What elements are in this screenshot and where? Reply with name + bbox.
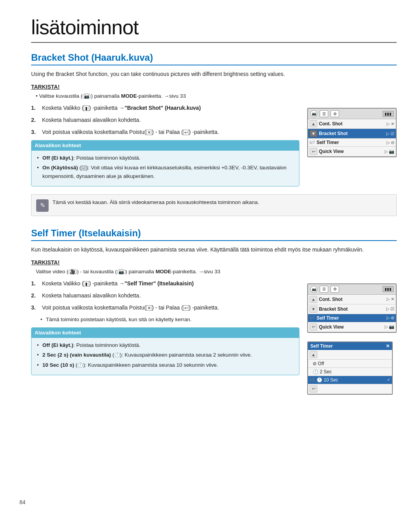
step-num-3: 3.: [31, 128, 40, 136]
cam-cont-shot-icon: ▷ ✕: [387, 121, 394, 127]
st-cam-bracket-icon: ▷ ☑: [386, 306, 394, 311]
bracket-alavalikon-list: Off (Ei käyt.): Poistaa toiminnon käytös…: [37, 154, 294, 181]
step-num-2: 2.: [31, 116, 40, 124]
camera-header: 📷 ☰ ⚙ ▮▮▮: [308, 109, 396, 119]
st-sub-page-num: 1/1: [310, 378, 315, 382]
bracket-tarkista-label: TARKISTA!: [31, 84, 397, 90]
cam-page-num-1: 6/7: [310, 141, 315, 145]
self-timer-tarkista: TARKISTA! Valitse video (🎥) - tai kuvaus…: [31, 259, 397, 276]
bracket-shot-title: Bracket Shot (Haaruk.kuva): [31, 52, 397, 65]
st-sub-header: Self Timer ✕: [308, 342, 392, 350]
st-step-text-1: Kosketa Valikko (▮) -painiketta →"Self T…: [42, 280, 299, 288]
self-timer-alavalikon-box: Alavalikon kohteet Off (Ei käyt.): Poist…: [31, 327, 299, 375]
cam-menu-icon: ☰: [320, 110, 328, 117]
st-sub-2sec-row: 🕛 2 Sec: [308, 368, 392, 376]
self-timer-step-1: 1. Kosketa Valikko (▮) -painiketta →"Sel…: [31, 280, 299, 288]
st-sub-2sec-label: 🕛 2 Sec: [313, 369, 332, 375]
st-alavalikon-item-1: Off (Ei käyt.): Poistaa toiminnon käytös…: [37, 341, 294, 350]
self-timer-sub-step: Tämä toiminto poistetaan käytöstä, kun s…: [40, 316, 299, 324]
cam-battery: ▮▮▮: [383, 111, 394, 117]
bracket-step-3: 3. Voit poistua valikosta koskettamalla …: [31, 128, 299, 136]
st-alavalikon-item-2: 2 Sec (2 s) (vain kuvaustila) (🕛): Kuvau…: [37, 351, 294, 359]
step-text-2: Kosketa haluamaasi alavalikon kohdetta.: [42, 116, 299, 124]
cam-row-bracket: ▼ Bracket Shot ▷ ☑: [308, 129, 396, 139]
self-timer-title: Self Timer (Itselaukaisin): [31, 228, 397, 241]
bracket-alavalikon-box: Alavalikon kohteet Off (Ei käyt.): Poist…: [31, 140, 299, 186]
bracket-step-1: 1. Kosketa Valikko (▮) -painiketta →"Bra…: [31, 104, 299, 112]
cam-cont-shot-label: Cont. Shot: [319, 121, 387, 127]
st-cam-row-bracket: ▼ Bracket Shot ▷ ☑: [308, 304, 396, 314]
cam-bracket-shot-label: Bracket Shot: [319, 131, 386, 136]
self-timer-tarkista-item: Valitse video (🎥) - tai kuvaustila (📷) p…: [36, 268, 397, 276]
st-cam-down-btn[interactable]: ▼: [310, 306, 317, 313]
cam-down-btn[interactable]: ▼: [310, 130, 317, 137]
cam-settings-icon: ⚙: [331, 110, 339, 117]
cam-quickview-label: Quick View: [319, 149, 385, 154]
st-cam-row-up: ▲ Cont. Shot ▷ ✕: [308, 295, 396, 304]
cam-selftimer-icon: ▷ ⊘: [387, 140, 394, 145]
st-cam-page-num: 6/7: [310, 316, 315, 320]
bracket-steps: 1. Kosketa Valikko (▮) -painiketta →"Bra…: [31, 104, 299, 190]
st-cam-settings-icon: ⚙: [331, 286, 339, 293]
self-timer-steps: 1. Kosketa Valikko (▮) -painiketta →"Sel…: [31, 280, 299, 379]
page-number: 84: [19, 499, 26, 505]
cam-row-selftimer: 6/7 Self Timer ▷ ⊘: [308, 139, 396, 147]
st-cam-menu-icon: ☰: [320, 286, 328, 293]
cam-up-btn[interactable]: ▲: [310, 120, 317, 127]
bracket-alavalikon-title: Alavalikon kohteet: [32, 141, 299, 151]
st-cam-cont-shot-icon: ▷ ✕: [387, 297, 394, 302]
cam-back-btn[interactable]: ↩: [310, 148, 317, 155]
st-step-num-1: 1.: [31, 280, 40, 288]
st-cam-row-selftimer: 6/7 Self Timer ▷ ⊘: [308, 314, 396, 322]
st-sub-check: ✓: [387, 377, 390, 382]
st-sub-10sec-row: 1/1 🕛 10 Sec ✓: [308, 376, 392, 384]
st-camera-header: 📷 ☰ ⚙ ▮▮▮: [308, 284, 396, 295]
st-sub-nav-row: ▲: [308, 350, 392, 360]
st-sub-off-label: ⊘ Off: [313, 361, 324, 366]
st-cam-quickview-icon: ▷ 📷: [385, 324, 394, 329]
st-cam-row-quickview: ↩ Quick View ▷ 📷: [308, 322, 396, 332]
alavalikon-item-1: Off (Ei käyt.): Poistaa toiminnon käytös…: [37, 154, 294, 162]
self-timer-alavalikon-title: Alavalikon kohteet: [32, 328, 299, 338]
self-timer-section: Self Timer (Itselaukaisin) Kun itselauka…: [31, 228, 397, 395]
st-cam-bracket-shot-label: Bracket Shot: [319, 306, 386, 312]
st-cam-up-btn[interactable]: ▲: [310, 296, 317, 303]
self-timer-desc: Kun itselaukaisin on käytössä, kuvauspai…: [31, 246, 397, 254]
st-cam-battery: ▮▮▮: [383, 286, 394, 292]
st-sub-up-btn[interactable]: ▲: [310, 351, 317, 358]
st-cam-back-btn[interactable]: ↩: [310, 324, 317, 331]
cam-mode-icon: 📷: [310, 110, 317, 117]
self-timer-camera-ui: 📷 ☰ ⚙ ▮▮▮ ▲ Cont. Shot ▷ ✕ ▼ Bracket Sho…: [307, 283, 397, 333]
st-sub-title: Self Timer: [310, 343, 333, 349]
bracket-note-text: Tämä voi kestää kauan. Älä siirrä videok…: [52, 199, 259, 206]
cam-row-quickview: ↩ Quick View ▷ 📷: [308, 147, 396, 157]
self-timer-camera-uis: 📷 ☰ ⚙ ▮▮▮ ▲ Cont. Shot ▷ ✕ ▼ Bracket Sho…: [307, 280, 397, 395]
st-sub-off-row: ⊘ Off: [308, 360, 392, 368]
bracket-shot-desc: Using the Bracket Shot function, you can…: [31, 70, 397, 78]
alavalikon-item-2: On (Käytössä) (☑): Voit ottaa viisi kuva…: [37, 164, 294, 180]
cam-selftimer-label: Self Timer: [317, 140, 387, 145]
cam-row-up: ▲ Cont. Shot ▷ ✕: [308, 119, 396, 129]
bracket-camera-ui: 📷 ☰ ⚙ ▮▮▮ ▲ Cont. Shot ▷ ✕ ▼ Bracket Sho…: [307, 108, 397, 157]
st-cam-quickview-label: Quick View: [319, 324, 385, 330]
self-timer-content: 1. Kosketa Valikko (▮) -painiketta →"Sel…: [31, 280, 397, 395]
self-timer-sub-camera-ui: Self Timer ✕ ▲ ⊘ Off 🕛 2 Sec 1/1 🕛 10 Se…: [307, 341, 393, 395]
st-step-num-3: 3.: [31, 304, 40, 312]
st-sub-back-row: ↩: [308, 384, 392, 394]
step-text-3: Voit poistua valikosta koskettamalla Poi…: [42, 128, 299, 136]
self-timer-alavalikon-list: Off (Ei käyt.): Poistaa toiminnon käytös…: [37, 341, 294, 369]
bracket-step-2: 2. Kosketa haluamaasi alavalikon kohdett…: [31, 116, 299, 124]
st-sub-back-btn[interactable]: ↩: [310, 385, 317, 392]
self-timer-tarkista-label: TARKISTA!: [31, 259, 397, 266]
bracket-shot-section: Bracket Shot (Haaruk.kuva) Using the Bra…: [31, 52, 397, 216]
bracket-note-box: ✎ Tämä voi kestää kauan. Älä siirrä vide…: [31, 194, 397, 216]
st-cam-mode-icon: 📷: [310, 286, 317, 293]
note-icon: ✎: [36, 199, 49, 212]
st-sub-10sec-label: 🕛 10 Sec: [317, 377, 338, 383]
st-step-num-2: 2.: [31, 292, 40, 300]
bracket-tarkista: TARKISTA! • Valitse kuvaustila (📷) paina…: [31, 84, 397, 100]
st-sub-close[interactable]: ✕: [386, 343, 390, 349]
st-step-text-2: Kosketa haluamaasi alavalikon kohdetta.: [42, 292, 299, 300]
st-step-text-3: Voit poistua valikosta koskettamalla Poi…: [42, 304, 299, 312]
step-text-1: Kosketa Valikko (▮) -painiketta →"Bracke…: [42, 104, 299, 112]
